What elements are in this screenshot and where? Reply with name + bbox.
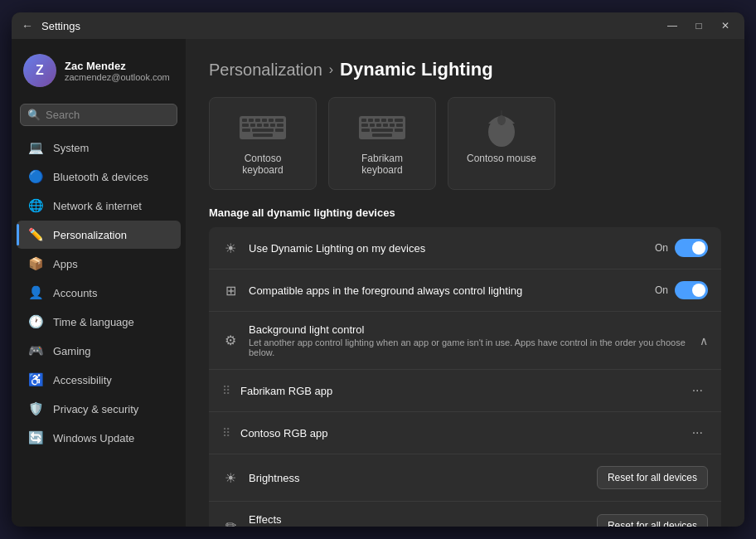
svg-rect-1: [242, 119, 247, 122]
svg-rect-18: [361, 119, 366, 122]
setting-row-brightness: ☀ Brightness Reset for all devices: [209, 454, 721, 502]
nav-icon-network: 🌐: [28, 198, 43, 213]
sidebar-item-network[interactable]: 🌐 Network & internet: [17, 192, 181, 220]
setting-info-use-dynamic-lighting: Use Dynamic Lighting on my devices: [249, 242, 645, 255]
svg-rect-32: [395, 129, 403, 132]
setting-label-fabrikam-rgb: Fabrikam RGB app: [240, 385, 677, 397]
setting-info-contoso-rgb: Contoso RGB app: [240, 427, 677, 439]
settings-container: ☀ Use Dynamic Lighting on my devices On …: [209, 227, 721, 527]
page-title: Dynamic Lighting: [340, 59, 493, 80]
section-header: Manage all dynamic lighting devices: [209, 206, 721, 219]
title-bar: ← Settings — □ ✕: [12, 12, 744, 39]
back-button[interactable]: ←: [22, 19, 33, 32]
sidebar-item-apps[interactable]: 📦 Apps: [17, 250, 181, 278]
nav-icon-gaming: 🎮: [28, 343, 43, 358]
nav-label-bluetooth: Bluetooth & devices: [53, 171, 148, 183]
toggle-compatible-apps[interactable]: [675, 281, 708, 299]
setting-desc-background-light: Let another app control lighting when an…: [249, 337, 690, 357]
nav-label-accessibility: Accessibility: [53, 374, 112, 386]
avatar: Z: [23, 54, 56, 87]
setting-label-background-light: Background light control: [249, 323, 690, 336]
setting-row-contoso-rgb: ⠿ Contoso RGB app ···: [209, 412, 721, 454]
search-input[interactable]: [46, 109, 185, 121]
svg-rect-15: [275, 129, 284, 132]
sidebar-item-gaming[interactable]: 🎮 Gaming: [17, 337, 181, 365]
nav-icon-accounts: 👤: [28, 285, 43, 300]
svg-rect-28: [390, 124, 395, 127]
reset-btn-brightness[interactable]: Reset for all devices: [597, 466, 708, 489]
nav-icon-time: 🕐: [28, 314, 43, 329]
window-title: Settings: [41, 20, 80, 32]
maximize-button[interactable]: □: [686, 17, 711, 34]
main-content: Personalization › Dynamic Lighting: [186, 39, 744, 527]
drag-handle-contoso-rgb[interactable]: ⠿: [222, 426, 230, 439]
sidebar-item-privacy[interactable]: 🛡️ Privacy & security: [17, 395, 181, 423]
svg-rect-3: [255, 119, 260, 122]
svg-rect-20: [375, 119, 380, 122]
nav-list: 💻 System 🔵 Bluetooth & devices 🌐 Network…: [12, 133, 186, 453]
close-button[interactable]: ✕: [713, 17, 738, 34]
setting-info-effects: Effects Choose color themes and effects …: [249, 513, 587, 527]
setting-icon-background-light: ⚙: [222, 333, 239, 348]
reset-btn-effects[interactable]: Reset for all devices: [597, 514, 708, 527]
setting-info-compatible-apps: Compatible apps in the foreground always…: [249, 284, 645, 297]
svg-rect-31: [371, 129, 393, 132]
sidebar-item-bluetooth[interactable]: 🔵 Bluetooth & devices: [17, 163, 181, 191]
svg-rect-23: [395, 119, 403, 122]
setting-icon-brightness: ☀: [222, 470, 239, 486]
breadcrumb-arrow: ›: [329, 62, 333, 77]
minimize-button[interactable]: —: [660, 17, 685, 34]
svg-rect-11: [270, 124, 275, 127]
nav-icon-bluetooth: 🔵: [28, 169, 43, 184]
nav-label-network: Network & internet: [53, 200, 142, 212]
toggle-use-dynamic-lighting[interactable]: [675, 239, 708, 257]
setting-row-fabrikam-rgb: ⠿ Fabrikam RGB app ···: [209, 370, 721, 412]
sidebar-item-time[interactable]: 🕐 Time & language: [17, 308, 181, 336]
nav-label-personalization: Personalization: [53, 229, 127, 241]
expand-icon-background-light[interactable]: ∧: [700, 334, 708, 347]
device-name-contoso-mouse: Contoso mouse: [467, 153, 536, 164]
device-name-fabrikam-keyboard: Fabrikam keyboard: [342, 153, 422, 176]
setting-info-background-light: Background light control Let another app…: [249, 323, 690, 357]
sidebar-item-system[interactable]: 💻 System: [17, 134, 181, 162]
search-box[interactable]: 🔍: [20, 104, 177, 126]
more-btn-contoso-rgb[interactable]: ···: [687, 424, 708, 442]
sidebar-item-update[interactable]: 🔄 Windows Update: [17, 424, 181, 452]
user-name: Zac Mendez: [65, 60, 170, 72]
svg-rect-2: [249, 119, 254, 122]
setting-label-use-dynamic-lighting: Use Dynamic Lighting on my devices: [249, 242, 645, 255]
sidebar-item-accounts[interactable]: 👤 Accounts: [17, 279, 181, 307]
svg-rect-25: [370, 124, 375, 127]
settings-window: ← Settings — □ ✕ Z Zac Mendez zacmendez@…: [12, 12, 744, 527]
sidebar-item-accessibility[interactable]: ♿ Accessibility: [17, 366, 181, 394]
setting-row-use-dynamic-lighting: ☀ Use Dynamic Lighting on my devices On: [209, 227, 721, 270]
svg-rect-21: [381, 119, 386, 122]
user-info: Zac Mendez zacmendez@outlook.com: [65, 60, 170, 82]
toggle-label-use-dynamic-lighting: On: [655, 242, 668, 254]
window-controls: — □ ✕: [660, 12, 738, 39]
drag-handle-fabrikam-rgb[interactable]: ⠿: [222, 384, 230, 397]
more-btn-fabrikam-rgb[interactable]: ···: [687, 381, 708, 400]
svg-rect-5: [269, 119, 274, 122]
sidebar-item-personalization[interactable]: ✏️ Personalization: [17, 221, 181, 249]
user-profile[interactable]: Z Zac Mendez zacmendez@outlook.com: [12, 46, 186, 95]
svg-point-36: [497, 115, 506, 125]
setting-label-brightness: Brightness: [249, 472, 587, 484]
device-card-contoso-mouse[interactable]: Contoso mouse: [448, 97, 555, 190]
device-icon-contoso-mouse: [477, 111, 526, 144]
avatar-image: Z: [23, 54, 56, 87]
setting-icon-compatible-apps: ⊞: [222, 283, 239, 299]
svg-rect-6: [275, 119, 284, 122]
setting-info-brightness: Brightness: [249, 472, 587, 484]
content-area: Z Zac Mendez zacmendez@outlook.com 🔍 💻 S…: [12, 39, 744, 527]
breadcrumb: Personalization: [209, 61, 322, 80]
svg-rect-22: [388, 119, 393, 122]
svg-rect-8: [250, 124, 255, 127]
device-card-fabrikam-keyboard[interactable]: Fabrikam keyboard: [328, 97, 436, 190]
device-card-contoso-keyboard[interactable]: Contoso keyboard: [209, 97, 317, 190]
nav-label-apps: Apps: [53, 258, 78, 270]
svg-rect-29: [396, 124, 403, 127]
page-header: Personalization › Dynamic Lighting: [209, 59, 721, 80]
setting-row-compatible-apps: ⊞ Compatible apps in the foreground alwa…: [209, 270, 721, 312]
svg-rect-13: [242, 129, 250, 132]
